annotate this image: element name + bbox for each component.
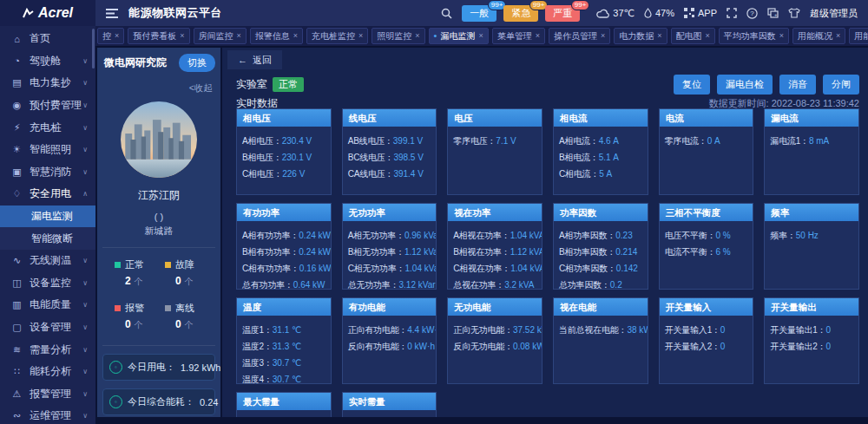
data-card-温度: 温度温度131.1 ℃温度231.3 ℃温度330.7 ℃温度430.7 ℃ bbox=[236, 297, 332, 384]
tab-label: 房间监控 bbox=[199, 30, 233, 42]
tab-close-icon[interactable]: × bbox=[657, 32, 661, 40]
collapse-panel-link[interactable]: <收起 bbox=[97, 82, 220, 95]
sidebar-item-预付费管理[interactable]: ◉预付费管理∨ bbox=[0, 95, 95, 117]
sidebar-item-电能质量[interactable]: ▥电能质量∨ bbox=[0, 294, 95, 316]
status-color-swatch bbox=[115, 262, 121, 268]
fullscreen-icon[interactable] bbox=[727, 8, 737, 18]
sidebar-item-运维管理[interactable]: ∾运维管理∨ bbox=[0, 405, 95, 424]
header-left: 能源物联网云平台 bbox=[95, 5, 222, 21]
realtime-data-cards: 相电压A相电压230.4 VB相电压230.1 VC相电压226 V线电压AB线… bbox=[236, 108, 859, 417]
tab-配电图[interactable]: 配电图× bbox=[671, 28, 715, 44]
tab-照明监控[interactable]: 照明监控× bbox=[372, 28, 424, 44]
theme-tshirt-icon[interactable] bbox=[788, 8, 800, 18]
sidebar-subitem-漏电监测[interactable]: 漏电监测 bbox=[0, 205, 95, 228]
switch-station-button[interactable]: 切换 bbox=[179, 54, 215, 72]
sidebar-subitem-智能微断[interactable]: 智能微断 bbox=[0, 227, 95, 250]
item-label: A相有功功率 bbox=[242, 231, 299, 240]
tab-close-icon[interactable]: × bbox=[706, 32, 710, 40]
app-qr-group[interactable]: APP bbox=[684, 8, 717, 18]
tab-close-icon[interactable]: × bbox=[836, 32, 840, 40]
tab-close-icon[interactable]: × bbox=[601, 32, 605, 40]
tab-close-icon[interactable]: × bbox=[358, 32, 363, 40]
sidebar-item-设备管理[interactable]: ▢设备管理∨ bbox=[0, 316, 95, 339]
status-unit: 个 bbox=[185, 277, 194, 286]
alert-badges: 一般99+紧急99+严重99+ bbox=[462, 5, 587, 22]
sidebar-item-设备监控[interactable]: ◫设备监控∨ bbox=[0, 272, 95, 295]
card-title: 无功电能 bbox=[448, 298, 542, 316]
sidebar-item-能耗分析[interactable]: ∷能耗分析∨ bbox=[0, 361, 95, 383]
item-value: 399.1 V bbox=[393, 136, 423, 146]
card-body: 漏电流18 mA bbox=[765, 127, 858, 194]
current-user[interactable]: 超级管理员 bbox=[810, 7, 858, 20]
tab-close-icon[interactable]: × bbox=[237, 32, 241, 40]
power-quality-icon: ▥ bbox=[11, 299, 23, 310]
divider bbox=[102, 345, 215, 346]
sidebar-item-无线测温[interactable]: ∿无线测温∨ bbox=[0, 250, 95, 272]
item-value: 1.04 kVA bbox=[510, 264, 542, 273]
tab-close-icon[interactable]: × bbox=[293, 32, 298, 40]
sidebar-item-label: 能耗分析 bbox=[30, 364, 71, 379]
tab-菜单管理[interactable]: 菜单管理× bbox=[492, 28, 545, 44]
card-item: C相电流5 A bbox=[559, 166, 646, 182]
tab-预付费看板[interactable]: 预付费看板× bbox=[128, 28, 189, 44]
card-title: 三相不平衡度 bbox=[660, 204, 753, 221]
sidebar-item-驾驶舱[interactable]: ◔驾驶舱∨ bbox=[0, 50, 95, 73]
alert-group: 一般99+ bbox=[462, 5, 496, 22]
tab-漏电监测[interactable]: •漏电监测× bbox=[429, 28, 489, 44]
help-icon[interactable]: ? bbox=[746, 8, 758, 19]
item-value: 0 kW·h bbox=[407, 342, 435, 351]
card-item: C相无功功率1.04 kVar bbox=[348, 260, 435, 277]
tab-close-icon[interactable]: × bbox=[415, 32, 419, 40]
card-body: 正向有功电能4.4 kW·h反向有功电能0 kW·h bbox=[343, 316, 437, 383]
back-button[interactable]: ← 返回 bbox=[227, 50, 282, 69]
sidebar-item-智能照明[interactable]: ☀智能照明∨ bbox=[0, 139, 95, 161]
item-value: 3.12 kVar bbox=[398, 280, 435, 289]
electricity-today-icon: ◦ bbox=[109, 361, 122, 374]
tab-充电桩监控[interactable]: 充电桩监控× bbox=[306, 28, 368, 44]
status-cell-报警: 报警0个 bbox=[115, 302, 165, 331]
tab-报警信息[interactable]: 报警信息× bbox=[250, 28, 303, 44]
sidebar-item-充电桩[interactable]: ⚡充电桩∨ bbox=[0, 116, 95, 139]
action-button-消音[interactable]: 消音 bbox=[779, 75, 816, 95]
card-title: 功率因数 bbox=[554, 204, 648, 221]
tab-label: 照明监控 bbox=[377, 30, 411, 42]
status-name: 离线 bbox=[175, 302, 194, 315]
tab-电力数据[interactable]: 电力数据× bbox=[614, 28, 667, 44]
multi-window-icon[interactable]: + bbox=[767, 8, 779, 18]
humidity-drop-icon bbox=[644, 8, 652, 18]
action-button-漏电自检[interactable]: 漏电自检 bbox=[717, 75, 773, 95]
tab-close-icon[interactable]: × bbox=[779, 32, 784, 40]
tab-用能概况[interactable]: 用能概况× bbox=[792, 28, 845, 44]
tab-close-icon[interactable]: × bbox=[115, 32, 119, 40]
room-status-row: 实验室 正常 复位漏电自检消音分闸 bbox=[236, 74, 859, 95]
sidebar-item-报警管理[interactable]: ⚠报警管理∨ bbox=[0, 383, 95, 406]
tab-操作员管理[interactable]: 操作员管理× bbox=[549, 28, 610, 44]
sidebar-item-安全用电[interactable]: ♢安全用电∧ bbox=[0, 183, 95, 205]
item-label: 总视在功率 bbox=[453, 280, 504, 289]
tab-close-icon[interactable]: × bbox=[536, 32, 540, 40]
card-body bbox=[237, 410, 331, 417]
tab-close-icon[interactable]: × bbox=[478, 32, 483, 40]
tab-房间监控[interactable]: 房间监控× bbox=[194, 28, 247, 44]
action-button-复位[interactable]: 复位 bbox=[674, 75, 710, 95]
tab-平均功率因数[interactable]: 平均功率因数× bbox=[719, 28, 789, 44]
action-buttons: 复位漏电自检消音分闸 bbox=[674, 75, 859, 95]
tab-用能报表[interactable]: 用能报表× bbox=[849, 28, 868, 44]
sidebar-scrollbar[interactable] bbox=[92, 29, 95, 68]
search-icon[interactable] bbox=[441, 8, 452, 19]
stat-card-今日综合能耗: ◦今日综合能耗0.24 kgce bbox=[102, 388, 215, 415]
device-monitor-icon: ◫ bbox=[11, 277, 23, 289]
menu-toggle-icon[interactable] bbox=[106, 9, 118, 18]
action-button-分闸[interactable]: 分闸 bbox=[823, 75, 859, 95]
sidebar-item-电力集抄[interactable]: ▤电力集抄∨ bbox=[0, 72, 95, 95]
card-item: 漏电流18 mA bbox=[770, 133, 857, 149]
sidebar-item-首页[interactable]: ⌂首页 bbox=[0, 28, 95, 50]
item-label: B相电压 bbox=[242, 153, 282, 162]
tab-label: 报警信息 bbox=[255, 30, 290, 42]
sidebar-item-label: 需量分析 bbox=[30, 342, 71, 357]
tab-close-icon[interactable]: × bbox=[180, 32, 184, 40]
sidebar-nav: ⌂首页◔驾驶舱∨▤电力集抄∨◉预付费管理∨⚡充电桩∨☀智能照明∨▣智慧消防∨♢安… bbox=[0, 26, 95, 424]
sidebar-item-需量分析[interactable]: ≋需量分析∨ bbox=[0, 338, 95, 361]
sidebar-item-智慧消防[interactable]: ▣智慧消防∨ bbox=[0, 161, 95, 184]
tab-控[interactable]: 控× bbox=[97, 28, 124, 44]
